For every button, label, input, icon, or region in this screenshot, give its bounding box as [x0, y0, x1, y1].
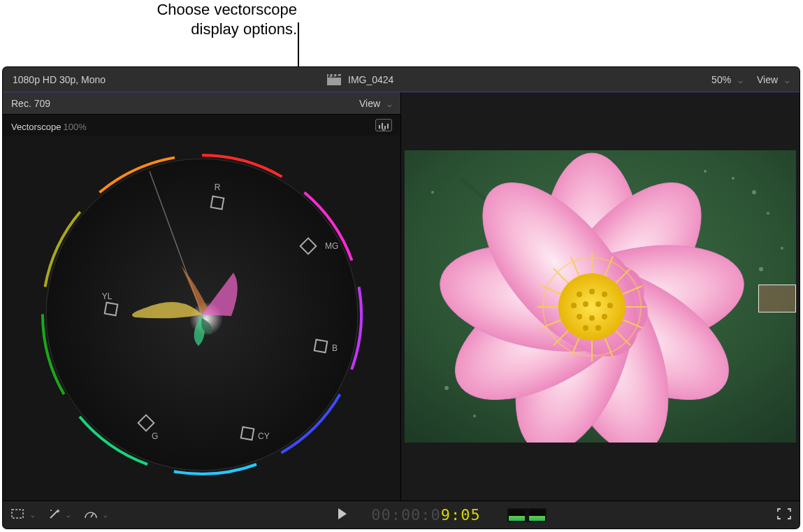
svg-line-76: [91, 513, 94, 517]
magic-wand-icon: [48, 508, 61, 522]
scope-scale: 100%: [64, 122, 87, 132]
svg-point-27: [732, 177, 735, 180]
scopes-header: Rec. 709 View ⌵: [3, 92, 400, 115]
svg-line-74: [50, 511, 57, 518]
view-label: View: [757, 74, 778, 85]
target-mg: MG: [325, 241, 338, 251]
svg-point-66: [595, 301, 601, 307]
color-space-label: Rec. 709: [11, 98, 50, 109]
svg-point-33: [431, 191, 434, 194]
svg-point-69: [589, 315, 595, 321]
svg-point-64: [571, 303, 577, 308]
svg-point-31: [781, 247, 783, 250]
svg-point-67: [607, 303, 613, 308]
scope-title-row: Vectorscope 100%: [3, 115, 400, 136]
zoom-value: 50%: [711, 74, 731, 85]
svg-point-28: [444, 386, 449, 390]
callout-line2: display options.: [191, 20, 297, 38]
app-window: 1080p HD 30p, Mono IMG_0424: [3, 67, 800, 529]
svg-point-65: [583, 301, 588, 307]
svg-point-68: [577, 314, 582, 319]
svg-point-72: [595, 325, 601, 331]
viewer-pane: [401, 92, 800, 501]
timecode-display[interactable]: 00:00:09:05: [371, 506, 481, 524]
callout-line1: Choose vectorscope: [157, 1, 297, 18]
crop-icon: [11, 508, 25, 522]
scopes-pane: Rec. 709 View ⌵ Vectorscope 100%: [3, 92, 401, 501]
timecode-active: 9:05: [441, 506, 481, 524]
clip-name: IMG_0424: [348, 74, 393, 85]
chevron-down-icon: ⌵: [103, 512, 107, 519]
scopes-view-dropdown[interactable]: View ⌵: [359, 98, 392, 109]
callout-text: Choose vectorscope display options.: [0, 0, 297, 39]
sample-region[interactable]: [758, 285, 796, 312]
transport-bar: ⌵ ⌵ ⌵: [3, 501, 800, 529]
clapperboard-icon: [327, 74, 341, 85]
zoom-dropdown[interactable]: 50% ⌵: [711, 74, 743, 85]
vectorscope-display: R MG B CY G YL: [34, 147, 370, 482]
chevron-down-icon: ⌵: [738, 76, 743, 85]
svg-point-60: [558, 273, 625, 340]
svg-point-71: [583, 325, 588, 331]
speedometer-icon: [84, 508, 98, 522]
timecode-dim: 00:00:0: [371, 506, 441, 524]
scope-settings-button[interactable]: [375, 119, 392, 131]
chevron-down-icon: ⌵: [66, 512, 70, 519]
chevron-down-icon: ⌵: [785, 76, 790, 85]
svg-point-25: [752, 190, 756, 194]
scope-body: R MG B CY G YL: [3, 136, 400, 501]
svg-point-30: [704, 170, 707, 173]
chevron-down-icon: ⌵: [31, 512, 34, 519]
viewer-view-dropdown[interactable]: View ⌵: [757, 74, 790, 85]
enhance-tool-dropdown[interactable]: ⌵: [48, 508, 70, 522]
scopes-view-label: View: [359, 98, 380, 109]
target-b: B: [332, 343, 338, 353]
target-r: R: [215, 182, 221, 192]
viewer-image[interactable]: [405, 150, 796, 443]
svg-point-26: [767, 212, 769, 215]
svg-point-62: [589, 289, 595, 294]
svg-point-32: [759, 267, 763, 271]
target-g: G: [152, 431, 158, 441]
play-button[interactable]: [338, 508, 347, 522]
svg-point-63: [602, 292, 607, 297]
retime-tool-dropdown[interactable]: ⌵: [84, 508, 107, 522]
target-yl: YL: [102, 292, 113, 301]
svg-point-75: [50, 510, 52, 511]
svg-point-61: [577, 292, 582, 297]
format-label: 1080p HD 30p, Mono: [13, 74, 106, 85]
svg-rect-0: [327, 78, 341, 85]
svg-point-29: [473, 415, 476, 417]
scope-name: Vectorscope: [11, 122, 62, 132]
target-cy: CY: [258, 431, 270, 441]
chevron-down-icon: ⌵: [387, 100, 392, 108]
svg-rect-73: [12, 510, 23, 518]
viewer-top-bar: 1080p HD 30p, Mono IMG_0424: [3, 67, 800, 92]
svg-point-70: [602, 314, 607, 319]
audio-meter: [507, 508, 547, 522]
fullscreen-button[interactable]: [777, 508, 791, 522]
crop-tool-dropdown[interactable]: ⌵: [11, 508, 34, 522]
